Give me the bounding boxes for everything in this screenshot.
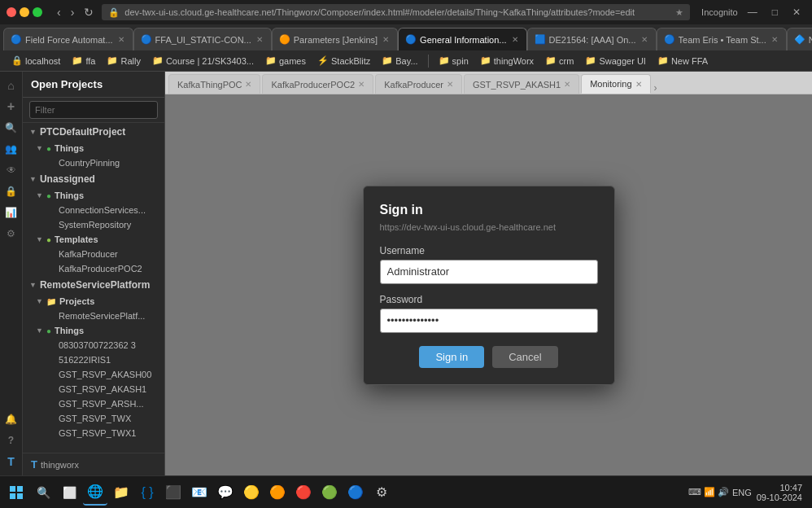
reload-button[interactable]: ↻	[81, 4, 97, 20]
templates-group-unassigned[interactable]: ▼ ● Templates	[23, 232, 164, 247]
tab-incognito[interactable]: 🔷 New Incognito Tab ✕	[787, 28, 812, 50]
window-minimize-btn[interactable]	[20, 7, 29, 17]
tree-item-gst-twx1[interactable]: GST_RSVP_TWX1	[23, 426, 164, 440]
address-bar[interactable]: 🔒 dev-twx-ui-us.cloud.ge-healthcare.net/…	[102, 4, 690, 20]
bookmark-games[interactable]: 📁 games	[260, 54, 311, 68]
page-tab-monitoring[interactable]: Monitoring ✕	[581, 74, 650, 94]
forward-button[interactable]: ›	[68, 4, 78, 20]
user-group-icon[interactable]: 👥	[2, 140, 20, 158]
tab-close-btn[interactable]: ✕	[510, 34, 520, 45]
browser-close[interactable]: ✕	[788, 5, 805, 20]
taskbar-chrome[interactable]: 🌐	[83, 480, 107, 506]
things-group-ptc[interactable]: ▼ ● Things	[23, 141, 164, 155]
page-tab-kafka-producer[interactable]: KafkaProducer ✕	[375, 74, 462, 94]
project-header-unassigned[interactable]: ▼ Unassigned	[23, 170, 164, 188]
things-group-remote[interactable]: ▼ ● Things	[23, 323, 164, 338]
tab-label: New Incognito Tab	[809, 35, 812, 45]
tab-de21564[interactable]: 🟦 DE21564: [AAA] On... ✕	[527, 28, 657, 50]
taskbar-search[interactable]: 🔍	[31, 480, 55, 506]
taskbar-outlook[interactable]: 📧	[187, 480, 212, 506]
tree-item-connection-services[interactable]: ConnectionServices...	[23, 203, 164, 217]
tree-item-remote-service-platf[interactable]: RemoteServicePlatf...	[23, 309, 164, 323]
window-maximize-btn[interactable]	[33, 7, 42, 17]
taskbar-task-view[interactable]: ⬜	[57, 480, 81, 506]
page-tab-close[interactable]: ✕	[245, 80, 251, 89]
back-button[interactable]: ‹	[54, 4, 64, 20]
bookmark-stackblitz[interactable]: ⚡ StackBlitz	[312, 54, 375, 68]
page-tab-kafka-thing-poc[interactable]: KafkaThingPOC ✕	[168, 74, 260, 94]
bookmark-thingworx[interactable]: 📁 thingWorx	[475, 54, 539, 68]
bookmark-rally[interactable]: 📁 Rally	[102, 54, 145, 68]
taskbar-misc1[interactable]: 🟡	[239, 480, 264, 506]
username-input[interactable]	[380, 260, 598, 284]
taskbar-teams[interactable]: 💬	[213, 480, 238, 506]
help-icon[interactable]: ?	[2, 431, 20, 449]
bookmark-course[interactable]: 📁 Course | 21/SK3403...	[147, 54, 259, 68]
signin-button[interactable]: Sign in	[419, 346, 484, 368]
taskbar-misc3[interactable]: 🔴	[291, 480, 316, 506]
password-input[interactable]	[380, 309, 598, 333]
page-tab-close[interactable]: ✕	[564, 80, 570, 89]
tab-close-btn[interactable]: ✕	[116, 34, 126, 45]
page-tab-gst-akash1[interactable]: GST_RSVP_AKASH1 ✕	[464, 74, 579, 94]
page-tab-kafka-producer-poc2[interactable]: KafkaProducerPOC2 ✕	[262, 74, 373, 94]
browser-restore[interactable]: □	[767, 5, 783, 20]
page-tab-close[interactable]: ✕	[358, 80, 365, 89]
tree-item-gst-arsh[interactable]: GST_RSVP_ARSH...	[23, 396, 164, 411]
notification-icon[interactable]: 🔔	[2, 410, 20, 428]
tab-close-btn[interactable]: ✕	[770, 34, 779, 45]
tree-item-kafka-producer-poc2[interactable]: KafkaProducerPOC2	[23, 261, 164, 276]
tab-close-btn[interactable]: ✕	[381, 34, 391, 45]
taskbar-explorer[interactable]: 📁	[109, 480, 133, 506]
filter-input[interactable]	[29, 101, 158, 119]
things-group-unassigned[interactable]: ▼ ● Things	[23, 188, 164, 203]
projects-group-remote[interactable]: ▼ 📁 Projects	[23, 294, 164, 309]
tab-close-btn[interactable]: ✕	[640, 34, 649, 45]
tab-general-info[interactable]: 🔵 General Information... ✕	[398, 28, 526, 50]
taskbar-misc4[interactable]: 🟢	[317, 480, 342, 506]
tab-field-force[interactable]: 🔵 Field Force Automat... ✕	[3, 28, 133, 50]
tree-item-516222[interactable]: 516222IRIS1	[23, 353, 164, 367]
gear-icon[interactable]: ⚙	[2, 225, 20, 243]
bookmark-localhost[interactable]: 🔒 localhost	[7, 54, 65, 68]
chart-icon[interactable]: 📊	[2, 204, 20, 221]
project-header-ptc[interactable]: ▼ PTCDefaultProject	[23, 123, 164, 141]
tree-item-gst-twx[interactable]: GST_RSVP_TWX	[23, 411, 164, 426]
start-button[interactable]	[3, 480, 29, 506]
project-header-remote[interactable]: ▼ RemoteServicePlatform	[23, 276, 164, 294]
taskbar-vscode[interactable]: { }	[135, 480, 159, 506]
cancel-button[interactable]: Cancel	[492, 346, 557, 368]
bookmark-swagger[interactable]: 📁 Swagger UI	[580, 54, 650, 68]
browser-minimize[interactable]: —	[743, 5, 762, 20]
tree-item-system-repository[interactable]: SystemRepository	[23, 217, 164, 232]
taskbar-terminal[interactable]: ⬛	[161, 480, 186, 506]
taskbar-misc2[interactable]: 🟠	[265, 480, 290, 506]
bookmark-new-ffa[interactable]: 📁 New FFA	[653, 54, 713, 68]
lock-icon[interactable]: 🔒	[2, 182, 20, 200]
tab-ffa-static[interactable]: 🔵 FFA_UI_STATIC-CON... ✕	[133, 28, 272, 50]
tab-team-eris[interactable]: 🔵 Team Eris • Team St... ✕	[657, 28, 787, 50]
tree-item-gst-akash00[interactable]: GST_RSVP_AKASH00	[23, 367, 164, 382]
tab-jenkins[interactable]: 🟠 Parameters [Jenkins] ✕	[272, 28, 398, 50]
eye-icon[interactable]: 👁	[2, 161, 20, 179]
taskbar-misc5[interactable]: 🔵	[343, 480, 368, 506]
tree-item-kafka-producer[interactable]: KafkaProducer	[23, 247, 164, 261]
search-icon[interactable]: 🔍	[2, 119, 20, 137]
page-tab-close[interactable]: ✕	[447, 80, 453, 89]
add-icon[interactable]: +	[2, 98, 20, 116]
bookmark-crm[interactable]: 📁 crm	[540, 54, 578, 68]
tab-close-btn[interactable]: ✕	[255, 34, 264, 45]
bookmark-bay[interactable]: 📁 Bay...	[377, 54, 422, 68]
bookmark-spin[interactable]: 📁 spin	[434, 54, 474, 68]
taskbar-misc6[interactable]: ⚙	[369, 480, 394, 506]
thingworx-brand-icon[interactable]: T	[2, 453, 20, 471]
tree-item-gst-akash1[interactable]: GST_RSVP_AKASH1	[23, 382, 164, 396]
home-icon[interactable]: ⌂	[2, 77, 20, 94]
bookmark-ffa[interactable]: 📁 ffa	[67, 54, 100, 68]
page-tab-close[interactable]: ✕	[635, 80, 642, 89]
taskbar-clock[interactable]: 10:47 09-10-2024	[757, 483, 802, 502]
tree-item-08303[interactable]: 08303700722362 3	[23, 338, 164, 353]
window-close-btn[interactable]	[7, 7, 16, 17]
tree-item-country-pinning[interactable]: CountryPinning	[23, 155, 164, 170]
page-tabs-more[interactable]: ›	[654, 82, 657, 94]
